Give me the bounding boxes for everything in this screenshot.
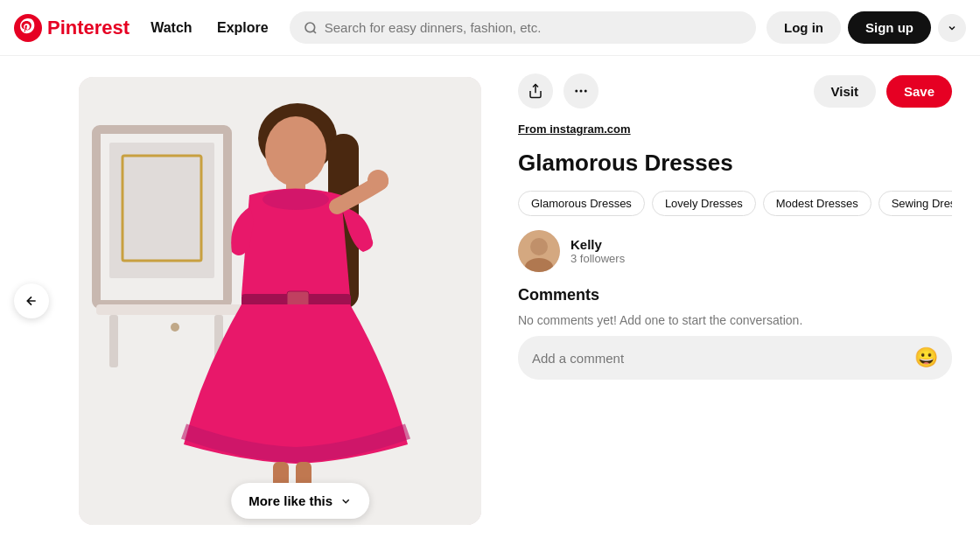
no-comments-text: No comments yet! Add one to start the co… <box>518 313 952 327</box>
search-icon <box>304 21 318 35</box>
svg-point-14 <box>368 170 388 191</box>
comment-input[interactable] <box>532 351 907 366</box>
log-in-button[interactable]: Log in <box>766 11 841 44</box>
back-arrow-icon <box>24 294 38 308</box>
detail-panel: Visit Save From instagram.com Glamorous … <box>490 56 980 545</box>
user-followers: 3 followers <box>570 252 625 265</box>
svg-rect-6 <box>109 315 118 367</box>
logo[interactable]: Pinterest <box>14 14 130 42</box>
pinterest-logo-icon <box>14 14 42 42</box>
comment-input-row: 😀 <box>518 336 952 380</box>
share-button[interactable] <box>518 73 553 108</box>
emoji-button[interactable]: 😀 <box>914 346 938 369</box>
more-options-button[interactable] <box>938 14 966 42</box>
svg-point-23 <box>580 90 583 93</box>
pin-source: From instagram.com <box>518 122 952 136</box>
tag-chip-0[interactable]: Glamorous Dresses <box>518 191 645 216</box>
back-button[interactable] <box>14 283 49 318</box>
from-prefix: From <box>518 122 550 136</box>
svg-point-22 <box>575 90 578 93</box>
avatar-image <box>518 230 560 272</box>
search-bar <box>290 11 756 44</box>
pin-image <box>79 77 481 525</box>
more-options-dots-button[interactable] <box>564 73 598 108</box>
action-row: Visit Save <box>518 73 952 108</box>
svg-point-11 <box>265 116 326 186</box>
svg-rect-3 <box>109 143 214 278</box>
user-row[interactable]: Kelly 3 followers <box>518 230 952 272</box>
visit-button[interactable]: Visit <box>814 75 876 108</box>
more-like-this-button[interactable]: More like this <box>231 483 369 519</box>
share-icon <box>528 83 543 99</box>
chevron-down-icon <box>947 23 957 33</box>
comments-section: Comments No comments yet! Add one to sta… <box>518 286 952 380</box>
header-actions: Log in Sign up <box>766 11 966 44</box>
svg-rect-5 <box>96 304 254 315</box>
user-name: Kelly <box>570 237 625 252</box>
svg-point-26 <box>530 238 548 255</box>
chevron-down-icon <box>340 495 352 507</box>
dress-person-figure <box>79 77 481 525</box>
tag-chip-3[interactable]: Sewing Dress <box>878 191 952 216</box>
nav-explore[interactable]: Explore <box>206 13 279 42</box>
svg-point-24 <box>584 90 587 93</box>
nav-watch[interactable]: Watch <box>140 13 202 42</box>
avatar <box>518 230 560 272</box>
header: Pinterest Watch Explore Log in Sign up <box>0 0 980 56</box>
pin-image-background <box>79 77 481 525</box>
pin-title: Glamorous Dresses <box>518 150 952 177</box>
comments-title: Comments <box>518 286 952 304</box>
more-like-this-label: More like this <box>248 493 332 508</box>
ellipsis-icon <box>573 83 589 99</box>
tag-chip-2[interactable]: Modest Dresses <box>763 191 872 216</box>
svg-point-13 <box>262 189 329 210</box>
tag-chip-1[interactable]: Lovely Dresses <box>652 191 756 216</box>
user-info: Kelly 3 followers <box>570 237 625 265</box>
tags-row: Glamorous Dresses Lovely Dresses Modest … <box>518 191 952 216</box>
svg-point-8 <box>171 323 179 332</box>
image-panel: More like this <box>0 56 490 545</box>
source-link[interactable]: instagram.com <box>550 122 630 136</box>
sign-up-button[interactable]: Sign up <box>848 11 931 44</box>
main-content: More like this Visit Save <box>0 56 980 545</box>
pinterest-wordmark: Pinterest <box>47 17 130 39</box>
main-nav: Watch Explore <box>140 20 279 36</box>
svg-point-0 <box>305 23 315 32</box>
save-button[interactable]: Save <box>886 75 952 108</box>
search-input[interactable] <box>325 20 742 35</box>
